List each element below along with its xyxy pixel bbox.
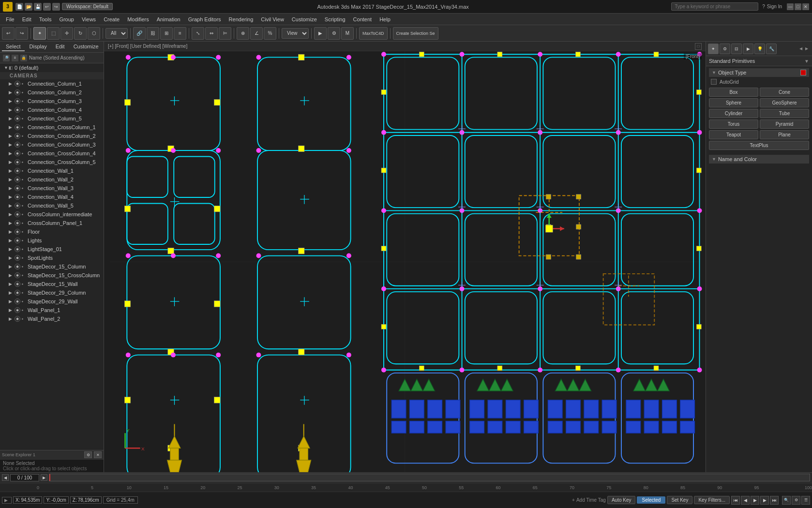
- menu-rendering[interactable]: Rendering: [225, 15, 257, 23]
- unlink-button[interactable]: ⛓: [147, 27, 159, 40]
- add-time-tag-button[interactable]: + Add Time Tag: [572, 497, 606, 503]
- save-icon[interactable]: 💾: [34, 3, 42, 11]
- list-item[interactable]: ▶ ◉ ⬥ Connection_Column_4: [0, 105, 104, 114]
- cp-tab-display[interactable]: 💡: [754, 44, 765, 54]
- list-item[interactable]: ▶ ◉ ⬥ StageDecor_15_Wall: [0, 280, 104, 288]
- help-icon[interactable]: ?: [762, 4, 765, 9]
- signin-label[interactable]: Sign In: [767, 4, 782, 9]
- visibility-icon[interactable]: ◉: [15, 81, 20, 87]
- tab-select[interactable]: Select: [2, 43, 25, 51]
- create-selection-button[interactable]: Create Selection Se: [393, 27, 438, 40]
- visibility-icon[interactable]: ◉: [15, 150, 20, 156]
- snap-toggle-button[interactable]: ⊕: [237, 27, 249, 40]
- move-button[interactable]: ✛: [60, 27, 73, 40]
- minimize-button[interactable]: —: [787, 3, 794, 10]
- visibility-icon[interactable]: ◉: [15, 124, 20, 130]
- mini-ctrl-2[interactable]: ⚙: [792, 496, 800, 505]
- menu-content[interactable]: Content: [349, 15, 376, 23]
- maxtoc4d-button[interactable]: MaxToC4D: [359, 27, 388, 40]
- teapot-button[interactable]: Teapot: [709, 130, 758, 139]
- visibility-icon[interactable]: ◉: [15, 159, 20, 165]
- visibility-icon[interactable]: ◉: [15, 177, 20, 182]
- timeline-scroll-right[interactable]: ▶: [41, 474, 47, 481]
- visibility-icon[interactable]: ◉: [15, 203, 20, 209]
- auto-key-button[interactable]: Auto Key: [607, 496, 636, 504]
- cylinder-button[interactable]: Cylinder: [709, 109, 758, 118]
- list-item[interactable]: ▶ ◉ ⬥ Connection_CrossColumn_1: [0, 123, 104, 132]
- list-item[interactable]: ▶ ◉ ⬥ CrossColumn_intermediate: [0, 210, 104, 219]
- list-item[interactable]: ▶ ◉ ⬥ Connection_CrossColumn_2: [0, 132, 104, 140]
- filter-dropdown[interactable]: All: [105, 28, 128, 39]
- cp-tab-motion[interactable]: ▶: [743, 44, 753, 54]
- visibility-icon[interactable]: ◉: [15, 185, 20, 191]
- visibility-icon[interactable]: ◉: [15, 246, 20, 252]
- list-item[interactable]: ▶ ◉ ⬥ Connection_CrossColumn_5: [0, 158, 104, 166]
- link-button[interactable]: 🔗: [133, 27, 146, 40]
- scene-explorer-close-icon[interactable]: ✕: [94, 451, 102, 458]
- list-item[interactable]: ▶ ◉ ⬥ CrossColumn_Panel_1: [0, 219, 104, 227]
- cone-button[interactable]: Cone: [760, 88, 809, 97]
- list-item[interactable]: ▶ ◉ ⬥ StageDecor_29_Wall: [0, 297, 104, 306]
- tube-button[interactable]: Tube: [760, 109, 809, 118]
- sphere-button[interactable]: Sphere: [709, 98, 758, 107]
- viewport-maximize-icon[interactable]: □: [695, 43, 702, 50]
- menu-views[interactable]: Views: [78, 15, 100, 23]
- list-item[interactable]: ▶ ◉ ⬥ Connection_Wall_4: [0, 193, 104, 201]
- list-item[interactable]: ▶ ◉ ⬥ Wall_Panel_2: [0, 314, 104, 323]
- visibility-icon[interactable]: ◉: [15, 316, 20, 322]
- name-color-header[interactable]: ▼ Name and Color: [709, 155, 809, 164]
- visibility-icon[interactable]: ◉: [15, 133, 20, 139]
- box-button[interactable]: Box: [709, 88, 758, 97]
- menu-help[interactable]: Help: [376, 15, 394, 23]
- new-icon[interactable]: 📄: [15, 3, 23, 11]
- visibility-icon[interactable]: ◉: [15, 211, 20, 217]
- cp-tab-hierarchy[interactable]: ⊟: [731, 44, 742, 54]
- go-start-button[interactable]: ⏮: [731, 496, 740, 505]
- view-dropdown[interactable]: View: [282, 28, 309, 39]
- visibility-icon[interactable]: ◉: [15, 90, 20, 95]
- object-type-header[interactable]: ▼ Object Type: [709, 68, 809, 77]
- color-swatch-right[interactable]: [800, 70, 806, 75]
- visibility-icon[interactable]: ◉: [15, 307, 20, 313]
- prev-frame-button[interactable]: ◀: [741, 496, 750, 505]
- list-item[interactable]: ▶ ◉ ⬥ Connection_Column_1: [0, 79, 104, 88]
- percent-snap-button[interactable]: %: [264, 27, 276, 40]
- visibility-icon[interactable]: ◉: [15, 229, 20, 235]
- menu-file[interactable]: File: [2, 15, 18, 23]
- list-item[interactable]: ▶ ◉ ⬥ Connection_Column_3: [0, 97, 104, 105]
- go-end-button[interactable]: ⏭: [770, 496, 779, 505]
- angle-snap-button[interactable]: ∠: [250, 27, 263, 40]
- list-item[interactable]: ▶ ◉ ⬥ SpotLights: [0, 254, 104, 262]
- list-item[interactable]: ▶ ◉ ⬥ StageDecor_29_Column: [0, 288, 104, 297]
- timeline-track[interactable]: [49, 474, 810, 481]
- list-item[interactable]: ▶ ◉ ⬥ Connection_Wall_3: [0, 184, 104, 193]
- menu-modifiers[interactable]: Modifiers: [123, 15, 153, 23]
- list-item[interactable]: ▶ ◉ ⬥ Connection_Wall_5: [0, 201, 104, 210]
- menu-scripting[interactable]: Scripting: [321, 15, 349, 23]
- list-item[interactable]: ▶ ◉ ⬥ Lights: [0, 236, 104, 245]
- render-button[interactable]: ▶: [314, 27, 327, 40]
- visibility-icon[interactable]: ◉: [15, 299, 20, 304]
- visibility-icon[interactable]: ◉: [15, 98, 20, 104]
- list-item[interactable]: ▶ ◉ ⬥ Floor: [0, 227, 104, 236]
- select-region-button[interactable]: ⬚: [47, 27, 60, 40]
- visibility-icon[interactable]: ◉: [15, 107, 20, 113]
- list-item[interactable]: ▶ ◉ ⬥ Connection_CrossColumn_4: [0, 149, 104, 158]
- render-setup-button[interactable]: ⚙: [328, 27, 340, 40]
- search-input[interactable]: [671, 2, 758, 11]
- next-frame-button[interactable]: ▶: [760, 496, 769, 505]
- list-item[interactable]: ▶ ◉ ⬥ Connection_Column_2: [0, 88, 104, 97]
- menu-edit[interactable]: Edit: [18, 15, 35, 23]
- visibility-icon[interactable]: ◉: [15, 238, 20, 243]
- set-key-button[interactable]: Set Key: [667, 496, 692, 504]
- layers-button[interactable]: ≡: [174, 27, 186, 40]
- list-item[interactable]: ▶ ◉ ⬥ Connection_Wall_1: [0, 166, 104, 175]
- visibility-icon[interactable]: ◉: [15, 142, 20, 148]
- mirror-button[interactable]: ⇔: [205, 27, 218, 40]
- autogrid-checkbox[interactable]: [711, 79, 717, 85]
- frame-counter[interactable]: 0 / 100: [10, 474, 39, 481]
- torus-button[interactable]: Torus: [709, 120, 758, 129]
- play-button[interactable]: ▶: [751, 496, 759, 505]
- workspace-dropdown[interactable]: Workspace: Default: [62, 3, 113, 10]
- list-item[interactable]: ▶ ◉ ⬥ Connection_Wall_2: [0, 175, 104, 184]
